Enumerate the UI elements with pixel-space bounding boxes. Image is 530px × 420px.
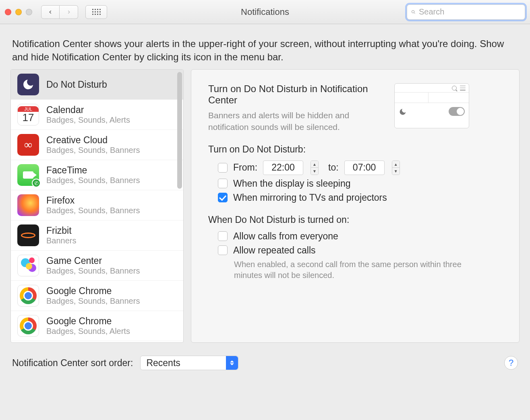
svg-point-0 <box>412 10 414 12</box>
allow-repeated-checkbox[interactable] <box>218 245 228 255</box>
sidebar-item-google-chrome[interactable]: Google ChromeBadges, Sounds, Alerts <box>11 311 183 341</box>
game-center-icon <box>17 255 39 276</box>
from-time-input[interactable]: 22:00 <box>263 161 303 175</box>
back-button[interactable] <box>41 5 60 19</box>
window-controls <box>5 9 32 15</box>
scrollbar-thumb[interactable] <box>177 72 182 189</box>
app-name: Creative Cloud <box>46 135 140 146</box>
sidebar-item-game-center[interactable]: Game CenterBadges, Sounds, Banners <box>11 251 183 281</box>
firefox-icon <box>17 194 39 216</box>
sidebar-item-firefox[interactable]: FirefoxBadges, Sounds, Banners <box>11 190 183 220</box>
sort-order-label: Notification Center sort order: <box>12 358 133 369</box>
app-subtitle: Badges, Sounds, Alerts <box>46 115 130 125</box>
app-list: Do Not DisturbJUL17CalendarBadges, Sound… <box>10 69 184 343</box>
allow-calls-checkbox[interactable] <box>218 231 228 241</box>
allow-repeated-label: Allow repeated calls <box>233 245 316 256</box>
zoom-window-button[interactable] <box>26 9 32 15</box>
app-subtitle: Badges, Sounds, Alerts <box>46 327 130 336</box>
scrollbar[interactable] <box>177 72 182 193</box>
facetime-icon: ✆ <box>17 164 39 186</box>
sidebar-item-frizbit[interactable]: FrizbitBanners <box>11 220 183 251</box>
app-name: Frizbit <box>46 225 77 236</box>
detail-pane: Turn on Do Not Disturb in Notification C… <box>191 69 520 343</box>
detail-title: Turn on Do Not Disturb in Notification C… <box>208 83 385 106</box>
pane-description: Notification Center shows your alerts in… <box>0 24 530 69</box>
forward-button[interactable] <box>60 5 78 19</box>
app-name: Google Chrome <box>46 316 130 327</box>
schedule-header: Turn on Do Not Disturb: <box>208 144 505 155</box>
to-time-stepper[interactable]: ▲▼ <box>392 161 400 175</box>
app-subtitle: Badges, Sounds, Banners <box>46 146 140 155</box>
sort-order-value: Recents <box>146 358 180 369</box>
moon-icon <box>399 107 407 115</box>
detail-subtitle: Banners and alerts will be hidden and no… <box>208 110 385 133</box>
frizbit-icon <box>17 224 39 246</box>
to-time-input[interactable]: 07:00 <box>344 161 385 175</box>
chevron-right-icon <box>66 9 72 15</box>
show-all-button[interactable] <box>85 5 107 19</box>
minimize-window-button[interactable] <box>15 9 22 15</box>
list-icon <box>460 86 466 91</box>
creative-cloud-icon: ∞ <box>17 134 39 156</box>
app-name: Do Not Disturb <box>46 79 107 90</box>
mirroring-label: When mirroring to TVs and projectors <box>233 192 387 203</box>
sidebar-item-do-not-disturb[interactable]: Do Not Disturb <box>11 70 183 100</box>
footer: Notification Center sort order: Recents … <box>0 343 530 370</box>
app-name: Firefox <box>46 195 140 206</box>
select-arrows-icon <box>226 356 238 370</box>
app-subtitle: Badges, Sounds, Banners <box>46 176 140 185</box>
sidebar-item-google-chrome[interactable]: Google ChromeBadges, Sounds, Banners <box>11 281 183 311</box>
from-checkbox[interactable] <box>218 163 228 173</box>
repeated-hint: When enabled, a second call from the sam… <box>234 259 464 281</box>
from-label: From: <box>233 162 257 173</box>
from-time-stepper[interactable]: ▲▼ <box>311 161 319 175</box>
to-label: to: <box>328 162 339 173</box>
sidebar-item-facetime[interactable]: ✆FaceTimeBadges, Sounds, Banners <box>11 160 183 190</box>
search-icon <box>411 8 416 16</box>
google-chrome-icon <box>17 285 39 307</box>
nav-buttons <box>41 5 78 19</box>
sidebar-item-creative-cloud[interactable]: ∞Creative CloudBadges, Sounds, Banners <box>11 130 183 160</box>
app-subtitle: Badges, Sounds, Banners <box>46 266 140 276</box>
search-field[interactable] <box>407 4 525 20</box>
dnd-toggle-preview <box>449 107 465 116</box>
allow-calls-label: Allow calls from everyone <box>233 231 338 242</box>
do-not-disturb-icon <box>17 74 39 95</box>
close-window-button[interactable] <box>5 9 11 15</box>
search-input[interactable] <box>419 7 521 16</box>
google-chrome-icon <box>17 315 39 337</box>
sort-order-select[interactable]: Recents <box>140 356 238 370</box>
display-sleep-label: When the display is sleeping <box>233 178 351 189</box>
notification-center-preview <box>394 83 469 128</box>
app-subtitle: Badges, Sounds, Banners <box>46 206 140 215</box>
display-sleep-checkbox[interactable] <box>218 179 228 188</box>
mirroring-checkbox[interactable] <box>218 193 228 202</box>
search-icon <box>452 86 457 91</box>
app-name: Game Center <box>46 255 140 266</box>
app-name: Calendar <box>46 105 130 115</box>
when-on-header: When Do Not Disturb is turned on: <box>208 214 505 225</box>
sidebar-item-calendar[interactable]: JUL17CalendarBadges, Sounds, Alerts <box>11 100 183 130</box>
app-subtitle: Badges, Sounds, Banners <box>46 296 140 306</box>
chevron-left-icon <box>48 9 53 15</box>
help-button[interactable]: ? <box>504 356 518 370</box>
titlebar: Notifications <box>0 0 530 24</box>
grid-icon <box>92 9 101 15</box>
svg-line-1 <box>414 12 415 14</box>
app-subtitle: Banners <box>46 236 77 245</box>
app-name: FaceTime <box>46 165 140 176</box>
app-name: Google Chrome <box>46 286 140 296</box>
calendar-icon: JUL17 <box>17 104 39 126</box>
